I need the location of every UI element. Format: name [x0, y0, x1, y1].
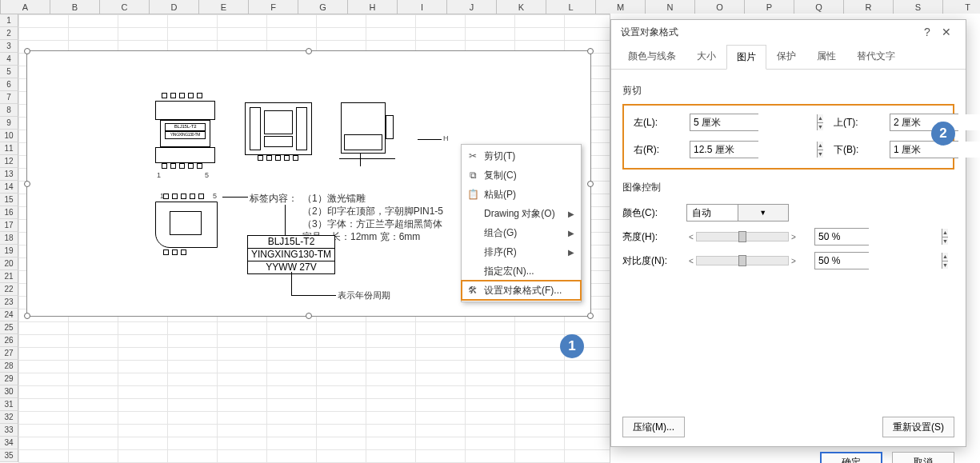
brightness-input[interactable]: ▲▼: [814, 228, 869, 245]
contrast-input[interactable]: ▲▼: [814, 252, 869, 269]
context-menu-item[interactable]: ✂剪切(T): [462, 146, 581, 166]
resize-handle[interactable]: [587, 181, 594, 187]
help-button[interactable]: ?: [918, 26, 937, 38]
row-header[interactable]: 6: [0, 78, 18, 91]
row-header[interactable]: 12: [0, 155, 18, 168]
row-header[interactable]: 8: [0, 104, 18, 117]
context-menu-item[interactable]: 🛠设置对象格式(F)...: [462, 281, 581, 300]
column-header[interactable]: B: [50, 0, 100, 14]
spin-down-icon[interactable]: ▼: [817, 150, 823, 158]
column-header[interactable]: H: [348, 0, 398, 14]
compress-button[interactable]: 压缩(M)...: [622, 417, 685, 437]
column-header[interactable]: G: [298, 0, 348, 14]
close-button[interactable]: ✕: [937, 26, 956, 38]
row-header[interactable]: 35: [0, 449, 18, 462]
resize-handle[interactable]: [587, 313, 594, 319]
column-header[interactable]: J: [447, 0, 497, 14]
column-header[interactable]: A: [1, 0, 50, 14]
row-header[interactable]: 16: [0, 206, 18, 219]
context-menu-item[interactable]: 排序(R)▶: [462, 242, 581, 261]
row-header[interactable]: 25: [0, 321, 18, 334]
row-header[interactable]: 5: [0, 66, 18, 78]
row-header[interactable]: 4: [0, 53, 18, 66]
cancel-button[interactable]: 取消: [892, 452, 954, 463]
column-header[interactable]: S: [894, 0, 943, 14]
row-header[interactable]: 11: [0, 142, 18, 155]
row-header[interactable]: 34: [0, 437, 18, 449]
row-header[interactable]: 30: [0, 385, 18, 398]
spin-up-icon[interactable]: ▲: [942, 253, 948, 261]
dialog-tab[interactable]: 颜色与线条: [618, 44, 686, 69]
slider-dec-icon[interactable]: <: [686, 257, 696, 265]
color-select[interactable]: 自动▼: [686, 204, 789, 222]
row-header[interactable]: 21: [0, 270, 18, 283]
row-header[interactable]: 20: [0, 257, 18, 270]
spin-up-icon[interactable]: ▲: [817, 114, 823, 123]
column-header[interactable]: Q: [794, 0, 844, 14]
spin-down-icon[interactable]: ▼: [942, 261, 948, 269]
row-header[interactable]: 26: [0, 334, 18, 347]
row-header[interactable]: 19: [0, 245, 18, 257]
dialog-tab[interactable]: 保护: [766, 44, 806, 69]
context-menu-item[interactable]: 指定宏(N)...: [462, 261, 581, 281]
row-header[interactable]: 22: [0, 283, 18, 296]
column-header[interactable]: O: [695, 0, 745, 14]
row-header[interactable]: 31: [0, 398, 18, 411]
column-header[interactable]: D: [150, 0, 199, 14]
resize-handle[interactable]: [24, 181, 30, 187]
row-header[interactable]: 32: [0, 411, 18, 424]
row-header[interactable]: 18: [0, 232, 18, 245]
row-header[interactable]: 14: [0, 181, 18, 194]
dialog-tab[interactable]: 图片: [726, 45, 766, 70]
dialog-tab[interactable]: 属性: [806, 44, 846, 69]
dialog-tab[interactable]: 替代文字: [846, 44, 906, 69]
spin-up-icon[interactable]: ▲: [942, 229, 948, 237]
column-header[interactable]: C: [100, 0, 150, 14]
column-header[interactable]: N: [646, 0, 695, 14]
row-header[interactable]: 1: [0, 14, 18, 27]
slider-inc-icon[interactable]: >: [789, 233, 798, 241]
crop-left-input[interactable]: ▲▼: [690, 114, 758, 131]
slider-inc-icon[interactable]: >: [789, 257, 798, 265]
slider-thumb[interactable]: [738, 255, 746, 266]
context-menu-item[interactable]: ⧉复制(C): [462, 166, 581, 185]
ok-button[interactable]: 确定: [820, 452, 882, 463]
context-menu-item[interactable]: Drawing 对象(O)▶: [462, 204, 581, 223]
resize-handle[interactable]: [306, 313, 312, 319]
contrast-slider[interactable]: < >: [686, 254, 798, 267]
dialog-titlebar[interactable]: 设置对象格式 ? ✕: [611, 20, 966, 44]
column-header[interactable]: L: [546, 0, 596, 14]
context-menu-item[interactable]: 组合(G)▶: [462, 223, 581, 242]
crop-right-input[interactable]: ▲▼: [690, 141, 758, 158]
row-header[interactable]: 2: [0, 27, 18, 40]
context-menu-item[interactable]: 📋粘贴(P): [462, 185, 581, 204]
column-header[interactable]: R: [844, 0, 894, 14]
row-header[interactable]: 3: [0, 40, 18, 53]
resize-handle[interactable]: [306, 48, 312, 54]
spin-up-icon[interactable]: ▲: [817, 142, 823, 150]
row-header[interactable]: 17: [0, 219, 18, 232]
row-header[interactable]: 10: [0, 130, 18, 142]
slider-dec-icon[interactable]: <: [686, 233, 696, 241]
resize-handle[interactable]: [24, 313, 30, 319]
slider-thumb[interactable]: [738, 231, 746, 242]
row-header[interactable]: 33: [0, 424, 18, 437]
row-header[interactable]: 13: [0, 168, 18, 181]
resize-handle[interactable]: [587, 48, 594, 54]
column-header[interactable]: F: [249, 0, 298, 14]
column-header[interactable]: E: [199, 0, 249, 14]
reset-button[interactable]: 重新设置(S): [882, 417, 954, 437]
brightness-slider[interactable]: < >: [686, 230, 798, 243]
column-header[interactable]: I: [398, 0, 447, 14]
column-header[interactable]: M: [596, 0, 646, 14]
spin-down-icon[interactable]: ▼: [942, 237, 948, 245]
row-header[interactable]: 7: [0, 91, 18, 104]
row-header[interactable]: 29: [0, 373, 18, 385]
spin-down-icon[interactable]: ▼: [817, 123, 823, 131]
row-header[interactable]: 24: [0, 309, 18, 321]
column-header[interactable]: K: [497, 0, 546, 14]
resize-handle[interactable]: [24, 48, 30, 54]
row-header[interactable]: 23: [0, 296, 18, 309]
row-header[interactable]: 28: [0, 360, 18, 373]
row-header[interactable]: 27: [0, 347, 18, 360]
